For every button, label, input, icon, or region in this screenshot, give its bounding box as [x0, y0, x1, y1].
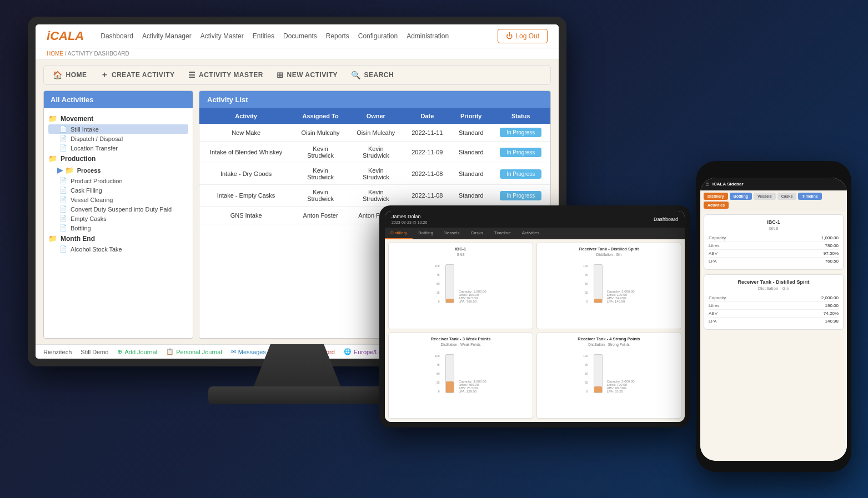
status-button[interactable]: In Progress [500, 191, 541, 200]
tablet-user: James Dolan2023-03-23 @ 13:26 [392, 214, 427, 225]
table-row[interactable]: Intake of Blended Whiskey KevinStrudwick… [199, 142, 550, 163]
tablet: James Dolan2023-03-23 @ 13:26 Dashboard … [379, 205, 690, 427]
phone-tab-timeline[interactable]: Timeline [798, 193, 821, 200]
tree-item-cask-filling[interactable]: 📄 Cask Filling [48, 185, 188, 195]
status-button[interactable]: In Progress [500, 128, 541, 137]
tree-item-empty-casks[interactable]: 📄 Empty Casks [48, 214, 188, 223]
scene: iCALA Dashboard Activity Manager Activit… [0, 0, 868, 498]
doc-icon: 📄 [59, 245, 67, 253]
gauge-fill [594, 299, 602, 303]
tablet-tab-bottling[interactable]: Bottling [413, 228, 439, 239]
tree-category-movement[interactable]: 📁 Movement [48, 113, 188, 124]
phone-body: IBC-1 GNS Capacity 1,000.00 Litres 780.0… [700, 211, 847, 461]
tree-item-convert-duty[interactable]: 📄 Convert Duty Suspend into Duty Paid [48, 204, 188, 214]
plus-icon: ＋ [101, 70, 109, 80]
vessel-card: IBC-1 GNS Capacity 1,000.00 Litres 780.0… [704, 214, 844, 270]
folder-icon: 📁 [48, 154, 57, 163]
tree-item-still-intake[interactable]: 📄 Still Intake [48, 124, 188, 134]
cell-date: 2022-11-11 [404, 124, 451, 142]
search-label: SEARCH [364, 71, 394, 79]
vessel-subtitle: Distillation - Gin [709, 286, 839, 291]
table-row[interactable]: Intake - Empty Casks KevinStrudwick Kevi… [199, 185, 550, 207]
search-button[interactable]: 🔍 SEARCH [351, 71, 394, 79]
activity-master-button[interactable]: ☰ ACTIVITY MASTER [188, 71, 263, 79]
phone-tab-casks[interactable]: Casks [777, 193, 797, 200]
nav-administration[interactable]: Administration [407, 31, 449, 41]
cell-activity: Intake of Blended Whiskey [199, 142, 293, 163]
table-row[interactable]: Intake - Dry Goods KevinStrudwick KevinS… [199, 163, 550, 185]
gauge-fill [594, 386, 602, 393]
tank-visual: 1007550250 Capacity: 5,000.00 Litres: 72… [540, 349, 678, 393]
vessel-litres-row: Litres 190.00 [709, 302, 839, 310]
cell-assigned: KevinStrudwick [293, 185, 348, 207]
gauge-bar [445, 354, 454, 393]
create-label: CREATE ACTIVITY [112, 71, 175, 79]
nav-activity-manager[interactable]: Activity Manager [142, 31, 192, 41]
tank-title: Receiver Tank - 3 Weak Points [392, 336, 529, 341]
cell-priority: Standard [451, 142, 491, 163]
globe-icon: 🌐 [344, 348, 352, 355]
movement-label: Movement [61, 115, 93, 123]
new-activity-button[interactable]: ⊞ NEW ACTIVITY [277, 71, 338, 79]
nav-reports[interactable]: Reports [326, 31, 349, 41]
vessel-lpa-row: LPA 760.50 [709, 258, 839, 265]
tablet-tab-vessels[interactable]: Vessels [439, 228, 465, 239]
breadcrumb-separator: / [65, 51, 67, 57]
cell-owner: KevinStrudwick [348, 163, 404, 185]
footer-add-journal[interactable]: ⊕ Add Journal [117, 348, 157, 355]
phone-tab-vessels[interactable]: Vessels [754, 193, 776, 200]
tree-item-vessel-clearing[interactable]: 📄 Vessel Clearing [48, 195, 188, 204]
tablet-tab-activities[interactable]: Activities [516, 228, 545, 239]
cell-owner: KevinStrudwick [348, 185, 404, 207]
tablet-tab-timeline[interactable]: Timeline [489, 228, 516, 239]
folder-icon: 📁 [48, 234, 57, 243]
breadcrumb-home[interactable]: HOME [47, 51, 63, 57]
breadcrumb-current: ACTIVITY DASHBOARD [68, 51, 129, 57]
cell-owner: Oisin Mulcahy [348, 124, 404, 142]
tablet-nav: Distillery Bottling Vessels Casks Timeli… [385, 228, 685, 239]
breadcrumb: HOME / ACTIVITY DASHBOARD [36, 48, 559, 59]
phone-tab-bottling[interactable]: Bottling [730, 193, 752, 200]
tank-title: Receiver Tank - Distilled Spirit [540, 247, 678, 251]
tree-item-location-transfer[interactable]: 📄 Location Transfer [48, 143, 188, 153]
table-row[interactable]: New Make Oisin Mulcahy Oisin Mulcahy 202… [199, 124, 550, 142]
tablet-tab-distillery[interactable]: Distillery [385, 228, 413, 239]
phone-tab-distillery[interactable]: Distillery [704, 193, 728, 200]
footer-messages[interactable]: ✉ Messages [231, 348, 266, 355]
home-button[interactable]: 🏠 HOME [53, 71, 87, 79]
tank-title: Receiver Tank - 4 Strong Points [540, 336, 678, 341]
doc-icon: 📄 [59, 224, 67, 232]
doc-icon: 📄 [59, 135, 67, 142]
tree-category-production[interactable]: 📁 Production [48, 153, 188, 164]
tree-item-alcohol-stock[interactable]: 📄 Alcohol Stock Take [48, 244, 188, 254]
status-button[interactable]: In Progress [500, 169, 541, 179]
cell-priority: Standard [451, 124, 491, 142]
tree-item-product-production[interactable]: 📄 Product Production [48, 176, 188, 185]
cell-activity: Intake - Empty Casks [199, 185, 293, 207]
create-activity-button[interactable]: ＋ CREATE ACTIVITY [101, 70, 175, 80]
nav-documents[interactable]: Documents [283, 31, 317, 41]
logout-button[interactable]: ⏻ Log Out [498, 29, 548, 43]
nav-entities[interactable]: Entities [253, 31, 274, 41]
phone: ≡ iCALA Sidebar DistilleryBottlingVessel… [696, 161, 851, 472]
nav-activity-master[interactable]: Activity Master [200, 31, 244, 41]
tree-category-month-end[interactable]: 📁 Month End [48, 233, 188, 244]
nav-configuration[interactable]: Configuration [358, 31, 398, 41]
cell-date: 2022-11-08 [404, 163, 451, 185]
cell-priority: Standard [451, 185, 491, 207]
phone-tab-activities[interactable]: Activities [704, 202, 729, 209]
tree-item-bottling[interactable]: 📄 Bottling [48, 223, 188, 233]
status-button[interactable]: In Progress [500, 148, 541, 157]
tank-title: IBC-1 [392, 247, 529, 251]
tablet-tab-casks[interactable]: Casks [465, 228, 489, 239]
tree-category-process[interactable]: ▶ 📁 Process [57, 164, 188, 176]
plus-journal-icon: ⊕ [117, 348, 122, 355]
tree-item-dispatch[interactable]: 📄 Dispatch / Disposal [48, 134, 188, 143]
journal-icon: 📋 [166, 348, 174, 355]
footer-personal-journal[interactable]: 📋 Personal Journal [166, 348, 222, 355]
tank-card: Receiver Tank - 3 Weak Points Distillati… [388, 333, 533, 419]
nav-dashboard[interactable]: Dashboard [101, 31, 133, 41]
tank-subtitle: Distillation - Gin [540, 253, 678, 256]
vessel-card: Receiver Tank - Distilled Spirit Distill… [704, 274, 844, 330]
gauge-bar [594, 354, 603, 393]
